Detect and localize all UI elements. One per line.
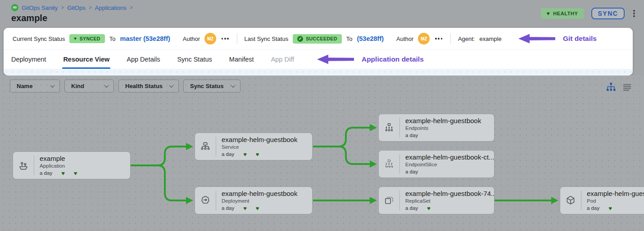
resource-node-deployment[interactable]: example-helm-guestbook Deployment a day … [195, 187, 313, 214]
resource-node-pod[interactable]: example-helm-guest Pod a day ♥ [560, 187, 644, 214]
tab-deployment[interactable]: Deployment [11, 50, 46, 69]
tab-app-diff[interactable]: App Diff [271, 50, 294, 69]
breadcrumb-gitops[interactable]: GitOps [67, 4, 85, 11]
synced-badge: ♥ SYNCED [69, 34, 105, 43]
chevron-down-icon [169, 83, 174, 88]
resource-node-replicaset[interactable]: example-helm-guestbook-74... ReplicaSet … [378, 187, 494, 214]
node-age: a day [587, 205, 599, 212]
deployment-icon [195, 187, 216, 214]
breadcrumb-separator: > [61, 4, 64, 11]
tab-manifest[interactable]: Manifest [229, 50, 254, 69]
header-actions: ♥ HEALTHY SYNC [541, 8, 636, 19]
node-title: example-helm-guestbook [222, 189, 297, 198]
heart-icon: ♥ [74, 36, 77, 41]
health-heart-icon: ♥ [243, 205, 247, 211]
service-icon [195, 133, 216, 160]
mid-band: Current Sync Status ♥ SYNCED To master (… [0, 28, 644, 76]
health-status-badge: ♥ HEALTHY [541, 8, 583, 19]
sync-status-bar: Current Sync Status ♥ SYNCED To master (… [4, 28, 633, 49]
filter-kind-label: Kind [71, 83, 84, 89]
breadcrumb: ∞ GitOps Sanity > GitOps > Applications … [11, 4, 133, 11]
health-heart-icon: ♥ [74, 170, 77, 176]
node-kind: Endpoints [405, 125, 481, 131]
tabs-bar: Deployment Resource View App Details Syn… [4, 49, 633, 69]
node-title: example-helm-guestbook [405, 116, 481, 125]
graph-edge-svc-ep [313, 128, 375, 147]
node-kind: Application [40, 163, 77, 169]
node-age: a day [222, 151, 234, 158]
filter-name-label: Name [17, 83, 32, 89]
tab-sync-status[interactable]: Sync Status [177, 50, 212, 69]
health-heart-icon: ♥ [256, 151, 259, 157]
git-details-annotation-label: Git details [563, 35, 597, 43]
node-age: a day [405, 205, 418, 212]
current-sync-group: Current Sync Status ♥ SYNCED To master (… [13, 33, 230, 44]
filter-health-status[interactable]: Health Status [118, 80, 179, 93]
check-circle-icon: ✓ [297, 36, 303, 42]
resource-node-endpoints[interactable]: example-helm-guestbook Endpoints a day [378, 114, 494, 142]
last-revision-link[interactable]: (53e28ff) [357, 35, 384, 42]
node-age: a day [405, 169, 418, 175]
health-badge-label: HEALTHY [553, 11, 578, 16]
list-view-icon[interactable] [623, 84, 631, 91]
last-sync-group: Last Sync Status ✓ SUCCEEDED To (53e28ff… [245, 33, 443, 44]
application-details-annotation: Application details [317, 50, 424, 69]
resource-node-application[interactable]: example Application a day ♥ ♥ [13, 151, 131, 179]
filter-name[interactable]: Name [10, 80, 60, 93]
resource-graph-canvas: Name Kind Health Status Sync Status [0, 76, 644, 231]
current-revision-link[interactable]: master (53e28ff) [120, 35, 170, 42]
graph-edge-app-deploy [131, 165, 191, 200]
health-heart-icon: ♥ [256, 205, 259, 211]
kebab-menu-icon[interactable] [632, 9, 636, 18]
more-options-icon[interactable] [221, 37, 229, 40]
tree-view-icon[interactable] [606, 83, 616, 91]
author-label: Author [183, 36, 200, 42]
heart-icon: ♥ [546, 11, 550, 16]
author-avatar: MZ [418, 33, 430, 44]
node-title: example [40, 154, 77, 163]
divider [450, 33, 451, 44]
filter-kind[interactable]: Kind [64, 80, 114, 93]
endpoints-icon [379, 114, 399, 141]
chevron-down-icon [104, 83, 109, 88]
last-sync-label: Last Sync Status [245, 36, 289, 42]
tab-resource-view[interactable]: Resource View [63, 50, 109, 69]
filter-health-status-label: Health Status [125, 83, 163, 89]
top-header: ∞ GitOps Sanity > GitOps > Applications … [0, 0, 644, 28]
app-details-card: Current Sync Status ♥ SYNCED To master (… [4, 28, 633, 76]
node-title: example-helm-guestbook-ct... [405, 153, 491, 161]
chevron-down-icon [50, 83, 55, 88]
filter-bar: Name Kind Health Status Sync Status [10, 80, 240, 93]
breadcrumb-gitops-sanity[interactable]: GitOps Sanity [22, 4, 58, 11]
breadcrumb-applications[interactable]: Applications [95, 4, 127, 11]
node-age: a day [40, 170, 52, 177]
current-sync-label: Current Sync Status [13, 36, 65, 42]
git-details-annotation: Git details [518, 28, 597, 49]
health-heart-icon: ♥ [427, 205, 431, 211]
agent-group: Agent: example [458, 36, 502, 42]
breadcrumb-separator: > [89, 4, 92, 11]
filter-sync-status[interactable]: Sync Status [183, 80, 240, 93]
graph-edge-svc-eps [313, 147, 375, 164]
succeeded-badge: ✓ SUCCEEDED [293, 34, 342, 44]
node-title: example-helm-guest [587, 189, 644, 198]
node-kind: Pod [587, 198, 644, 204]
node-kind: Service [222, 144, 297, 150]
resource-node-endpointslice[interactable]: example-helm-guestbook-ct... EndpointSli… [378, 150, 494, 178]
to-label: To [109, 36, 116, 42]
graph-edge-app-svc [131, 147, 191, 165]
agent-value: example [479, 36, 501, 42]
health-heart-icon: ♥ [61, 170, 65, 176]
node-title: example-helm-guestbook-74... [405, 189, 491, 198]
node-age: a day [405, 132, 418, 139]
synced-badge-label: SYNCED [80, 36, 100, 41]
view-toggle [606, 83, 631, 91]
to-label: To [346, 36, 353, 42]
application-icon [13, 152, 34, 179]
more-options-icon[interactable] [434, 37, 443, 40]
node-kind: EndpointSlice [405, 161, 491, 168]
succeeded-badge-label: SUCCEEDED [306, 36, 337, 41]
tab-app-details[interactable]: App Details [127, 50, 160, 69]
resource-node-service[interactable]: example-helm-guestbook Service a day ♥ ♥ [195, 133, 313, 160]
sync-button[interactable]: SYNC [591, 8, 625, 19]
